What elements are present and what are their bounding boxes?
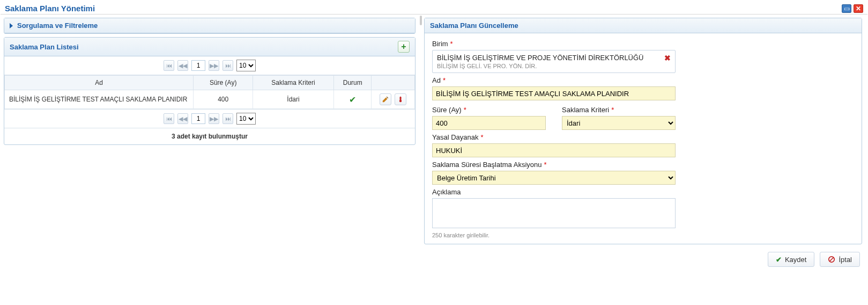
- page-next-button-2[interactable]: ▶▶: [209, 113, 219, 124]
- col-actions: [372, 76, 415, 90]
- page-prev-button[interactable]: ◀◀: [177, 60, 188, 71]
- chevron-right-icon: [10, 23, 13, 28]
- page-number-input[interactable]: [191, 60, 205, 71]
- page-first-button[interactable]: ⏮: [164, 60, 174, 71]
- page-number-input-2[interactable]: [191, 113, 205, 124]
- cell-durum: ✔: [334, 90, 372, 109]
- form-body: Birim* ✖ BİLİŞİM İŞ GELİŞTİRME VE PROJE …: [425, 33, 862, 244]
- cell-actions: [372, 90, 415, 109]
- list-panel-header: Saklama Plan Listesi +: [4, 38, 415, 56]
- col-ad: Ad: [5, 76, 194, 90]
- thermometer-icon: [397, 96, 404, 103]
- table-row[interactable]: BİLİŞİM İŞ GELİŞTİRME TEST AMAÇLI SAKLAM…: [5, 90, 415, 109]
- col-durum: Durum: [334, 76, 372, 90]
- page-last-button-2[interactable]: ⏭: [222, 113, 233, 124]
- birim-field[interactable]: ✖ BİLİŞİM İŞ GELİŞTİRME VE PROJE YÖNETİM…: [432, 50, 676, 73]
- title-actions: ▭ ✕: [842, 4, 863, 13]
- svg-line-3: [830, 258, 834, 262]
- minimize-icon[interactable]: ▭: [842, 4, 851, 13]
- update-panel-title: Saklama Planı Güncelleme: [430, 21, 518, 30]
- page-size-select-2[interactable]: 10: [236, 113, 256, 125]
- label-aciklama: Açıklama: [432, 188, 854, 196]
- clear-birim-icon[interactable]: ✖: [664, 54, 671, 62]
- label-aksiyon: Saklama Süresi Başlatma Aksiyonu*: [432, 161, 854, 169]
- cancel-button[interactable]: İptal: [820, 252, 860, 267]
- ad-input[interactable]: [432, 86, 676, 100]
- paginator-top: ⏮ ◀◀ ▶▶ ⏭ 10: [4, 56, 415, 75]
- form-footer: ✔ Kaydet İptal: [424, 248, 862, 268]
- birim-value: BİLİŞİM İŞ GELİŞTİRME VE PROJE YÖNETİMİ …: [437, 54, 671, 62]
- page-next-button[interactable]: ▶▶: [209, 60, 219, 71]
- col-kriter: Saklama Kriteri: [253, 76, 334, 90]
- status-active-icon: ✔: [349, 95, 356, 104]
- label-ad: Ad*: [432, 76, 854, 84]
- label-yasal: Yasal Dayanak*: [432, 133, 854, 141]
- data-table: Ad Süre (Ay) Saklama Kriteri Durum BİLİŞ…: [4, 75, 415, 109]
- delete-button[interactable]: [395, 93, 406, 105]
- birim-sub: BİLİŞİM İŞ GELİ. VE PRO. YÖN. DİR.: [437, 63, 671, 69]
- page-first-button-2[interactable]: ⏮: [164, 113, 174, 124]
- save-button[interactable]: ✔ Kaydet: [768, 252, 814, 267]
- update-panel-header: Saklama Planı Güncelleme: [425, 18, 862, 33]
- paginator-bottom: ⏮ ◀◀ ▶▶ ⏭ 10: [4, 109, 415, 128]
- filter-panel-header[interactable]: Sorgulama ve Filtreleme: [4, 18, 415, 33]
- cell-ad: BİLİŞİM İŞ GELİŞTİRME TEST AMAÇLI SAKLAM…: [5, 90, 194, 109]
- title-bar: Saklama Planı Yönetimi ▭ ✕: [1, 1, 867, 14]
- col-sure: Süre (Ay): [194, 76, 253, 90]
- label-birim: Birim*: [432, 40, 854, 48]
- right-column: Saklama Planı Güncelleme Birim* ✖ BİLİŞİ…: [423, 14, 867, 271]
- page-title: Saklama Planı Yönetimi: [5, 4, 95, 13]
- label-sure: Süre (Ay)*: [432, 106, 546, 114]
- plus-icon: +: [401, 42, 406, 51]
- splitter-grip-icon: [420, 16, 422, 25]
- add-button[interactable]: +: [398, 41, 410, 53]
- update-panel: Saklama Planı Güncelleme Birim* ✖ BİLİŞİ…: [424, 18, 862, 244]
- left-column: Sorgulama ve Filtreleme Saklama Plan Lis…: [1, 14, 419, 271]
- svg-point-1: [399, 100, 402, 103]
- close-icon[interactable]: ✕: [854, 4, 863, 13]
- record-count: 3 adet kayıt bulunmuştur: [4, 128, 415, 144]
- list-panel: Saklama Plan Listesi + ⏮ ◀◀ ▶▶ ⏭ 10: [4, 37, 416, 145]
- list-panel-title: Saklama Plan Listesi: [10, 43, 79, 51]
- save-button-label: Kaydet: [785, 256, 806, 264]
- aciklama-textarea[interactable]: [432, 198, 676, 228]
- splitter[interactable]: [419, 14, 423, 271]
- check-icon: ✔: [776, 256, 782, 264]
- edit-button[interactable]: [380, 93, 391, 105]
- page-size-select[interactable]: 10: [236, 60, 256, 71]
- filter-panel: Sorgulama ve Filtreleme: [4, 18, 416, 34]
- label-kriter: Saklama Kriteri*: [562, 106, 676, 114]
- cell-sure: 400: [194, 90, 253, 109]
- aksiyon-select[interactable]: Belge Üretim Tarihi: [432, 171, 676, 185]
- sure-input[interactable]: [432, 116, 546, 130]
- page-prev-button-2[interactable]: ◀◀: [177, 113, 188, 124]
- aciklama-hint: 250 karakter girilebilir.: [432, 232, 854, 238]
- filter-panel-title: Sorgulama ve Filtreleme: [17, 21, 98, 30]
- cell-kriter: İdari: [253, 90, 334, 109]
- cancel-button-label: İptal: [839, 256, 852, 264]
- pencil-icon: [382, 96, 389, 103]
- page-last-button[interactable]: ⏭: [222, 60, 233, 71]
- svg-rect-0: [400, 97, 402, 100]
- yasal-input[interactable]: [432, 143, 676, 157]
- kriter-select[interactable]: İdari: [562, 116, 676, 130]
- cancel-icon: [828, 256, 835, 263]
